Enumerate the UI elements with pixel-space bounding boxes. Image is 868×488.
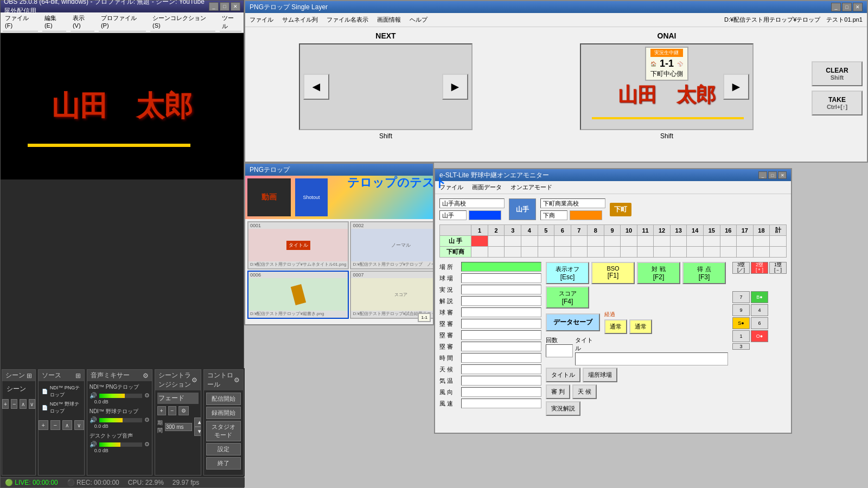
score-home-14[interactable] bbox=[687, 236, 704, 247]
png-menu-file[interactable]: ファイル bbox=[250, 16, 273, 24]
transition-duration-input[interactable] bbox=[165, 423, 192, 431]
png-menu-help[interactable]: ヘルプ bbox=[410, 16, 427, 24]
thumbnail-item-0002[interactable]: 0002 ノーマル D:¥配信テスト用テロップ¥テロップ ノーマル... bbox=[350, 221, 434, 269]
score-home-7[interactable] bbox=[571, 236, 588, 247]
obs-maximize-button[interactable]: □ bbox=[220, 2, 229, 11]
take-button[interactable]: TAKE Ctrl+[↑] bbox=[812, 91, 863, 115]
thumbnail-item-0006[interactable]: 0006 D:¥配信テスト用テロップ¥縦書き.png bbox=[247, 271, 349, 319]
obs-minimize-button[interactable]: _ bbox=[209, 2, 219, 11]
png-menu-screen-info[interactable]: 画面情報 bbox=[377, 16, 401, 24]
mixer-baseball-mute-icon[interactable]: 🔊 bbox=[90, 416, 97, 423]
png-telop-close-button[interactable]: ✕ bbox=[853, 3, 863, 11]
score-home-11[interactable] bbox=[637, 236, 654, 247]
mixer-png-mute-icon[interactable]: 🔊 bbox=[90, 392, 97, 399]
studio-mode-button[interactable]: スタジオモード bbox=[206, 421, 241, 441]
score-home-total[interactable] bbox=[770, 236, 787, 247]
eslt-close-button[interactable]: ✕ bbox=[778, 171, 787, 179]
mixer-png-gear-icon[interactable]: ⚙ bbox=[144, 392, 150, 399]
score-away-9[interactable] bbox=[604, 247, 621, 258]
form-input-ruishin3[interactable] bbox=[461, 342, 541, 351]
obs-menu-profile[interactable]: プロファイル(P) bbox=[99, 14, 146, 31]
score-home-12[interactable] bbox=[654, 236, 671, 247]
eslt-menu-onair[interactable]: オンエアモード bbox=[510, 183, 552, 191]
obs-close-button[interactable]: ✕ bbox=[231, 2, 240, 11]
scenes-down-button[interactable]: ∨ bbox=[29, 399, 35, 409]
eslt-title-input[interactable] bbox=[575, 352, 728, 365]
eslt-data-save-button[interactable]: データセーブ bbox=[546, 313, 600, 331]
eslt-tenkou-button[interactable]: 天 候 bbox=[572, 384, 597, 399]
form-input-kazamuki[interactable] bbox=[461, 387, 541, 397]
source-baseball-label[interactable]: NDI™ 野球テロップ bbox=[50, 401, 81, 415]
score-away-17[interactable] bbox=[737, 247, 754, 258]
score-away-10[interactable] bbox=[621, 247, 637, 258]
eslt-normal2-button[interactable]: 通常 bbox=[629, 319, 652, 334]
source-png-label[interactable]: NDI™ PNGテロップ bbox=[50, 384, 81, 399]
form-input-kaisetsu[interactable] bbox=[461, 296, 541, 306]
form-input-ruishin2[interactable] bbox=[461, 330, 541, 340]
form-input-tenkou[interactable] bbox=[461, 364, 541, 374]
clear-button[interactable]: CLEAR Shift bbox=[812, 61, 863, 86]
sources-up-button[interactable]: ∧ bbox=[62, 420, 72, 430]
form-input-kazamuki2[interactable] bbox=[461, 399, 541, 408]
score-away-4[interactable] bbox=[521, 247, 538, 258]
score-away-total[interactable] bbox=[770, 247, 787, 258]
form-input-kyujo[interactable] bbox=[461, 273, 541, 283]
png-telop-maximize-button[interactable]: □ bbox=[842, 3, 852, 11]
png-shift-right-button[interactable]: ► bbox=[442, 74, 468, 100]
base-3rd-button[interactable]: 3塁[／] bbox=[732, 262, 750, 274]
mixer-desktop-mute-icon[interactable]: 🔊 bbox=[90, 441, 97, 448]
obs-menu-view[interactable]: 表示(V) bbox=[71, 14, 94, 31]
score-away-7[interactable] bbox=[571, 247, 588, 258]
eslt-minimize-button[interactable]: _ bbox=[758, 171, 767, 179]
scenes-remove-button[interactable]: − bbox=[11, 399, 17, 409]
eslt-home-team-color[interactable] bbox=[469, 210, 501, 220]
score-away-14[interactable] bbox=[687, 247, 704, 258]
scenes-up-button[interactable]: ∧ bbox=[20, 399, 26, 409]
eslt-jikkyo-kaisetsu-button[interactable]: 実況解説 bbox=[546, 401, 580, 416]
score-home-2[interactable] bbox=[488, 236, 505, 247]
eslt-bso-button[interactable]: BSO[F1] bbox=[591, 262, 635, 284]
score-away-6[interactable] bbox=[554, 247, 571, 258]
score-home-9[interactable] bbox=[604, 236, 621, 247]
score-away-18[interactable] bbox=[753, 247, 770, 258]
score-away-11[interactable] bbox=[637, 247, 654, 258]
eslt-display-off-button[interactable]: 表示オフ[Esc] bbox=[546, 262, 589, 284]
thumbnail-item-0001[interactable]: 0001 タイトル D:¥配信テスト用テロップ¥サムネタイトル01.png bbox=[247, 221, 349, 269]
transition-type[interactable]: フェード bbox=[157, 393, 199, 404]
eslt-normal1-button[interactable]: 通常 bbox=[604, 319, 627, 334]
png-shift-left-button[interactable]: ◄ bbox=[303, 74, 329, 100]
exit-button[interactable]: 終了 bbox=[206, 457, 241, 470]
obs-menu-scene-collection[interactable]: シーンコレクション(S) bbox=[150, 14, 215, 31]
score-home-4[interactable] bbox=[521, 236, 538, 247]
count-6[interactable]: 6 bbox=[751, 317, 768, 329]
png-telop-minimize-button[interactable]: _ bbox=[831, 3, 841, 11]
eslt-maximize-button[interactable]: □ bbox=[768, 171, 777, 179]
score-home-16[interactable] bbox=[720, 236, 737, 247]
png-onai-shift-right-button[interactable]: ► bbox=[723, 74, 749, 100]
count-9[interactable]: 9 bbox=[732, 304, 750, 316]
score-away-15[interactable] bbox=[703, 247, 720, 258]
base-1st-button[interactable]: 1塁[－] bbox=[769, 262, 787, 274]
obs-menu-tools[interactable]: ツール bbox=[220, 14, 241, 31]
eslt-away-team-name-input[interactable] bbox=[540, 198, 605, 208]
score-home-13[interactable] bbox=[670, 236, 687, 247]
score-home-6[interactable] bbox=[554, 236, 571, 247]
count-S-button[interactable]: S● bbox=[732, 317, 750, 329]
form-input-kion[interactable] bbox=[461, 376, 541, 386]
score-away-1[interactable] bbox=[471, 247, 488, 258]
count-7[interactable]: 7 bbox=[732, 291, 750, 303]
count-3[interactable]: 3 bbox=[732, 343, 750, 350]
score-home-10[interactable] bbox=[621, 236, 637, 247]
eslt-home-team-short-input[interactable] bbox=[439, 210, 467, 220]
transition-duration-down[interactable]: ▼ bbox=[194, 427, 201, 436]
sources-down-button[interactable]: ∨ bbox=[74, 420, 84, 430]
obs-menu-file[interactable]: ファイル(F) bbox=[3, 14, 38, 31]
form-input-basho[interactable] bbox=[461, 262, 541, 272]
form-input-ruishin1[interactable] bbox=[461, 319, 541, 329]
form-input-jikan[interactable] bbox=[461, 353, 541, 363]
score-home-17[interactable] bbox=[737, 236, 754, 247]
sources-add-button[interactable]: + bbox=[39, 420, 48, 430]
score-away-2[interactable] bbox=[488, 247, 505, 258]
obs-menu-edit[interactable]: 編集(E) bbox=[42, 14, 66, 31]
transition-settings-button[interactable]: ⚙ bbox=[178, 406, 189, 415]
